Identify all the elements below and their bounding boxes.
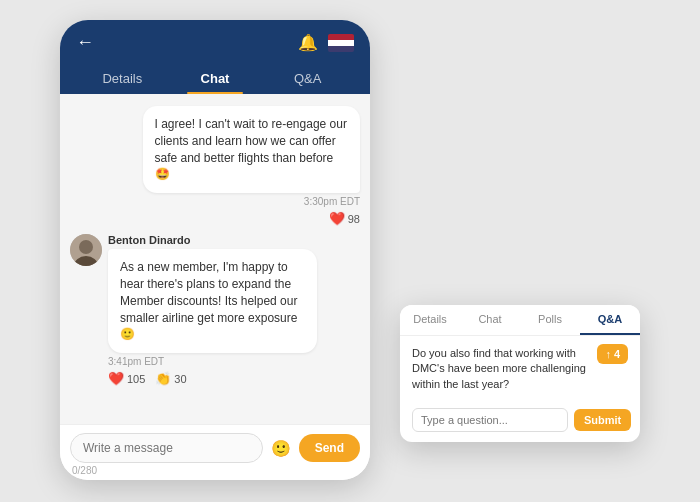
submit-question-button[interactable]: Submit	[574, 409, 631, 431]
char-count: 0/280	[70, 465, 360, 476]
overlay-input-row: Submit	[412, 408, 628, 432]
phone-tabs: Details Chat Q&A	[76, 63, 354, 94]
bell-icon[interactable]: 🔔	[298, 33, 318, 52]
question-input[interactable]	[412, 408, 568, 432]
message-bubble-in: As a new member, I'm happy to hear there…	[108, 249, 317, 353]
flag-icon	[328, 34, 354, 52]
chat-input-area: 🙂 Send 0/280	[60, 424, 370, 480]
overlay-card: Details Chat Polls Q&A Do you also find …	[400, 305, 640, 442]
avatar-benton	[70, 234, 102, 266]
overlay-tab-chat[interactable]: Chat	[460, 305, 520, 335]
reaction-clap-in: 👏 30	[155, 371, 186, 386]
header-icons: 🔔	[298, 33, 354, 52]
message-reactions-out: ❤️ 98	[143, 211, 361, 226]
message-reactions-in: ❤️ 105 👏 30	[108, 371, 317, 386]
input-row: 🙂 Send	[70, 433, 360, 463]
message-sender: Benton Dinardo	[108, 234, 317, 246]
overlay-tab-qa[interactable]: Q&A	[580, 305, 640, 335]
upvote-button[interactable]: ↑ 4	[597, 344, 628, 364]
tab-chat[interactable]: Chat	[169, 63, 262, 94]
message-time-in: 3:41pm EDT	[108, 356, 317, 367]
overlay-tab-details[interactable]: Details	[400, 305, 460, 335]
phone-main: ← 🔔 Details Chat Q&A	[60, 20, 370, 480]
message-in-body: Benton Dinardo As a new member, I'm happ…	[108, 234, 317, 386]
phone-header: ← 🔔 Details Chat Q&A	[60, 20, 370, 94]
message-bubble-out: I agree! I can't wait to re-engage our c…	[143, 106, 361, 193]
upvote-arrow-icon: ↑	[605, 348, 611, 360]
back-button[interactable]: ←	[76, 32, 94, 53]
message-incoming: Benton Dinardo As a new member, I'm happ…	[70, 234, 317, 386]
reaction-heart-out: ❤️ 98	[329, 211, 360, 226]
reaction-heart-in: ❤️ 105	[108, 371, 145, 386]
overlay-tab-polls[interactable]: Polls	[520, 305, 580, 335]
tab-details[interactable]: Details	[76, 63, 169, 94]
tab-qa[interactable]: Q&A	[261, 63, 354, 94]
overlay-question: Do you also find that working with DMC's…	[412, 346, 591, 392]
chat-area: I agree! I can't wait to re-engage our c…	[60, 94, 370, 424]
overlay-tabs: Details Chat Polls Q&A	[400, 305, 640, 336]
scene: ← 🔔 Details Chat Q&A	[0, 0, 700, 502]
send-button[interactable]: Send	[299, 434, 360, 462]
overlay-body: Do you also find that working with DMC's…	[400, 336, 640, 442]
message-outgoing: I agree! I can't wait to re-engage our c…	[143, 106, 361, 226]
svg-point-1	[79, 240, 93, 254]
emoji-picker-button[interactable]: 🙂	[271, 439, 291, 458]
message-input[interactable]	[70, 433, 263, 463]
message-time-out: 3:30pm EDT	[143, 196, 361, 207]
